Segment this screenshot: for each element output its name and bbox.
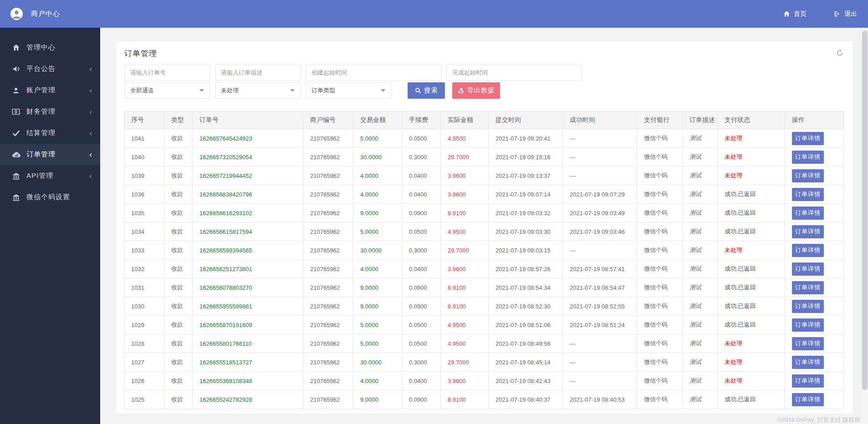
cell-pay-bank: 微信个码 [637, 167, 683, 185]
page-scrollbar[interactable] [861, 28, 868, 424]
cell-submit-time: 2021-07-19 09:20:41 [489, 129, 563, 148]
cell-amount: 5.0000 [353, 129, 402, 148]
cell-pay-status: 成功,已返回 [718, 204, 785, 222]
table-row: 1029收款16266558701916092107659625.00000.0… [124, 316, 844, 334]
table-row: 1034收款16266566158175942107659625.00000.0… [124, 222, 844, 241]
cell-pay-status: 成功,已返回 [718, 222, 785, 241]
sidebar-item-label: 结算管理 [26, 129, 89, 137]
home-icon [783, 10, 790, 17]
cell-success-time: --- [563, 334, 637, 353]
order-type-select[interactable]: 订单类型 [306, 82, 391, 99]
column-header: 手续费 [402, 111, 441, 129]
export-data-button[interactable]: 导出数据 [452, 82, 500, 99]
create-time-input[interactable] [306, 65, 441, 81]
column-header: 订单描述 [683, 111, 718, 129]
cell-merchant-no: 210765962 [303, 334, 353, 353]
cell-action: 订单详情 [785, 334, 844, 353]
order-detail-button[interactable]: 订单详情 [792, 225, 824, 238]
cell-pay-status: 未处理 [718, 353, 785, 372]
sidebar-item-管理中心[interactable]: 管理中心 [0, 37, 100, 58]
sidebar-item-API管理[interactable]: API管理‹ [0, 165, 100, 187]
cell-amount: 9.0000 [353, 278, 402, 297]
order-management-card: 订单管理 全部通道 未处理 [116, 41, 853, 414]
order-desc-input[interactable] [215, 65, 301, 81]
cell-merchant-no: 210765962 [303, 222, 353, 241]
cell-merchant-no: 210765962 [303, 148, 353, 167]
topnav: 首页 退出 [756, 10, 857, 18]
order-detail-button[interactable]: 订单详情 [792, 281, 824, 294]
export-icon [458, 87, 464, 94]
order-detail-button[interactable]: 订单详情 [792, 151, 824, 164]
cell-seq: 1029 [124, 316, 164, 334]
order-detail-button[interactable]: 订单详情 [792, 393, 824, 406]
order-detail-button[interactable]: 订单详情 [792, 207, 824, 220]
search-button[interactable]: 搜索 [408, 82, 445, 99]
finish-time-input[interactable] [446, 65, 582, 81]
cell-seq: 1032 [124, 260, 164, 278]
cell-seq: 1033 [124, 241, 164, 260]
cell-order-no: 1626656838420796 [193, 185, 303, 204]
cell-fee: 0.0500 [402, 316, 441, 334]
cell-success-time: --- [563, 148, 637, 167]
order-detail-button[interactable]: 订单详情 [792, 169, 824, 182]
order-detail-button[interactable]: 订单详情 [792, 318, 824, 332]
scrollbar-thumb[interactable] [862, 30, 868, 390]
status-select[interactable]: 未处理 [215, 82, 301, 99]
cell-success-time: 2021-07-19 08:52:55 [563, 297, 637, 316]
order-detail-button[interactable]: 订单详情 [792, 300, 824, 313]
sidebar-menu: 管理中心平台公告‹账户管理‹财务管理‹结算管理‹订单管理‹API管理‹微信个码设… [0, 28, 100, 208]
orders-table-wrap: 序号类型订单号商户编号交易金额手续费实际金额提交时间成功时间支付银行订单描述支付… [116, 111, 853, 414]
chevron-left-icon: ‹ [89, 86, 92, 94]
cell-fee: 0.3000 [402, 148, 441, 167]
cell-submit-time: 2021-07-19 09:03:30 [489, 222, 563, 241]
finance-icon [11, 108, 20, 115]
sidebar-item-微信个码设置[interactable]: 微信个码设置 [0, 187, 100, 208]
cell-pay-bank: 微信个码 [637, 334, 683, 353]
channel-select[interactable]: 全部通道 [124, 82, 210, 99]
cell-pay-status: 成功,已返回 [718, 185, 785, 204]
order-detail-button[interactable]: 订单详情 [792, 262, 824, 276]
chevron-left-icon: ‹ [89, 65, 92, 73]
sidebar-item-账户管理[interactable]: 账户管理‹ [0, 80, 100, 101]
chevron-left-icon: ‹ [89, 108, 92, 116]
cell-order-desc: 测试 [683, 204, 718, 222]
column-header: 类型 [164, 111, 193, 129]
order-detail-button[interactable]: 订单详情 [792, 374, 824, 388]
cell-seq: 1028 [124, 334, 164, 353]
home-link[interactable]: 首页 [783, 10, 807, 18]
order-detail-button[interactable]: 订单详情 [792, 337, 824, 350]
caret-down-icon [199, 89, 204, 92]
refresh-icon[interactable] [836, 49, 843, 56]
cell-submit-time: 2021-07-19 08:57:26 [489, 260, 563, 278]
cell-pay-status: 成功,已返回 [718, 260, 785, 278]
cell-seq: 1027 [124, 353, 164, 372]
sidebar-item-结算管理[interactable]: 结算管理‹ [0, 122, 100, 144]
avatar[interactable] [10, 8, 23, 20]
cell-submit-time: 2021-07-19 08:49:56 [489, 334, 563, 353]
column-header: 序号 [124, 111, 164, 129]
chevron-left-icon: ‹ [89, 172, 92, 180]
order-detail-button[interactable]: 订单详情 [792, 132, 824, 145]
cell-seq: 1041 [124, 129, 164, 148]
sidebar-item-label: 微信个码设置 [26, 193, 92, 202]
cell-pay-status: 成功,已返回 [718, 278, 785, 297]
cell-pay-bank: 微信个码 [637, 260, 683, 278]
logout-link[interactable]: 退出 [834, 10, 857, 18]
cell-success-time: 2021-07-19 08:40:53 [563, 390, 637, 409]
sidebar-item-订单管理[interactable]: 订单管理‹ [0, 144, 100, 165]
cell-pay-bank: 微信个码 [637, 372, 683, 390]
cell-merchant-no: 210765962 [303, 185, 353, 204]
cell-action: 订单详情 [785, 185, 844, 204]
sidebar-item-财务管理[interactable]: 财务管理‹ [0, 101, 100, 122]
cell-submit-time: 2021-07-19 09:07:14 [489, 185, 563, 204]
cell-action: 订单详情 [785, 316, 844, 334]
order-detail-button[interactable]: 订单详情 [792, 188, 824, 201]
cell-pay-bank: 微信个码 [637, 148, 683, 167]
order-detail-button[interactable]: 订单详情 [792, 356, 824, 369]
column-header: 实际金额 [441, 111, 489, 129]
cell-success-time: 2021-07-19 09:07:29 [563, 185, 637, 204]
sidebar-item-平台公告[interactable]: 平台公告‹ [0, 58, 100, 80]
order-no-input[interactable] [124, 65, 210, 81]
order-detail-button[interactable]: 订单详情 [792, 244, 824, 257]
search-icon [415, 87, 421, 94]
